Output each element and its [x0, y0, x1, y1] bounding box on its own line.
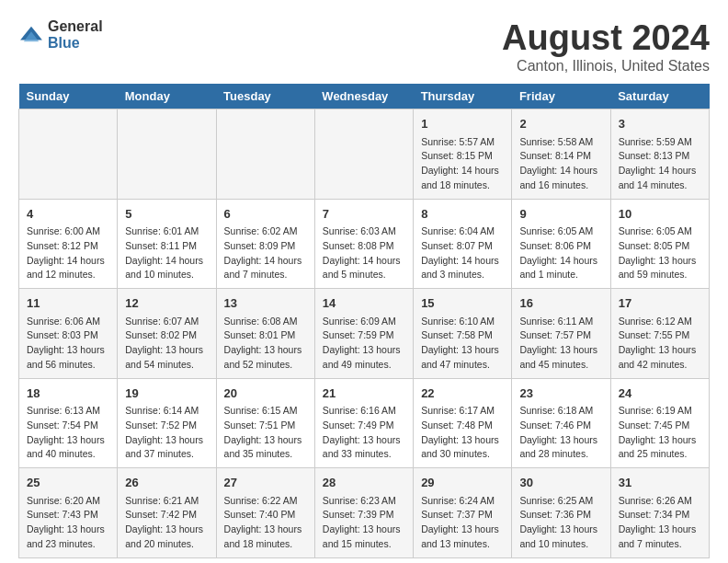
day-detail: Sunrise: 6:05 AM [519, 224, 602, 239]
day-number: 4 [27, 205, 109, 224]
calendar-cell: 24Sunrise: 6:19 AMSunset: 7:45 PMDayligh… [610, 378, 709, 468]
day-detail: Sunrise: 6:14 AM [125, 404, 208, 419]
calendar-header: Sunday Monday Tuesday Wednesday Thursday… [19, 84, 710, 109]
day-detail: Sunrise: 6:03 AM [323, 224, 405, 239]
day-detail: Sunset: 8:01 PM [224, 328, 307, 343]
day-detail: Daylight: 13 hours and 45 minutes. [519, 343, 602, 373]
calendar-cell: 20Sunrise: 6:15 AMSunset: 7:51 PMDayligh… [216, 378, 314, 468]
calendar-cell: 27Sunrise: 6:22 AMSunset: 7:40 PMDayligh… [216, 468, 314, 558]
day-detail: Sunset: 8:06 PM [519, 239, 602, 254]
day-number: 17 [619, 294, 701, 313]
day-detail: Sunrise: 6:23 AM [323, 494, 405, 509]
calendar-cell: 16Sunrise: 6:11 AMSunset: 7:57 PMDayligh… [512, 289, 610, 379]
page-subtitle: Canton, Illinois, United States [502, 58, 710, 75]
day-detail: Sunrise: 6:05 AM [619, 224, 701, 239]
day-detail: Sunset: 8:03 PM [27, 328, 109, 343]
day-number: 19 [125, 385, 208, 403]
calendar-cell: 31Sunrise: 6:26 AMSunset: 7:34 PMDayligh… [610, 468, 709, 558]
day-detail: Sunset: 7:36 PM [519, 508, 602, 523]
calendar-cell: 28Sunrise: 6:23 AMSunset: 7:39 PMDayligh… [314, 468, 413, 558]
day-detail: Daylight: 13 hours and 35 minutes. [224, 433, 307, 463]
day-detail: Sunrise: 6:18 AM [519, 404, 602, 419]
page-header: General Blue August 2024 Canton, Illinoi… [18, 18, 710, 75]
day-number: 29 [421, 474, 504, 492]
day-detail: Daylight: 13 hours and 42 minutes. [619, 343, 701, 373]
day-detail: Sunrise: 6:24 AM [421, 494, 504, 509]
day-detail: Sunrise: 5:58 AM [519, 135, 602, 150]
calendar-cell: 3Sunrise: 5:59 AMSunset: 8:13 PMDaylight… [610, 109, 709, 200]
calendar-cell: 13Sunrise: 6:08 AMSunset: 8:01 PMDayligh… [216, 289, 314, 379]
calendar-cell: 4Sunrise: 6:00 AMSunset: 8:12 PMDaylight… [19, 199, 118, 289]
day-number: 14 [323, 294, 405, 313]
day-detail: Sunrise: 6:00 AM [27, 224, 109, 239]
day-detail: Sunset: 7:49 PM [323, 419, 405, 433]
day-number: 9 [519, 205, 602, 224]
day-detail: Daylight: 14 hours and 16 minutes. [519, 164, 602, 193]
calendar-week-2: 4Sunrise: 6:00 AMSunset: 8:12 PMDaylight… [19, 199, 710, 289]
calendar-cell: 15Sunrise: 6:10 AMSunset: 7:58 PMDayligh… [414, 289, 512, 379]
day-detail: Sunset: 7:45 PM [619, 419, 701, 433]
day-number: 21 [323, 385, 405, 403]
day-number: 2 [519, 115, 602, 133]
day-detail: Sunset: 7:59 PM [323, 328, 405, 343]
day-detail: Sunrise: 6:13 AM [27, 404, 109, 419]
calendar-week-1: 1Sunrise: 5:57 AMSunset: 8:15 PMDaylight… [19, 109, 710, 200]
calendar-cell: 6Sunrise: 6:02 AMSunset: 8:09 PMDaylight… [216, 199, 314, 289]
day-detail: Sunset: 7:51 PM [224, 419, 307, 433]
day-detail: Daylight: 14 hours and 12 minutes. [27, 254, 109, 283]
day-number: 22 [421, 385, 504, 403]
day-detail: Sunset: 7:34 PM [619, 508, 701, 523]
day-detail: Daylight: 13 hours and 30 minutes. [421, 433, 504, 463]
calendar-cell: 26Sunrise: 6:21 AMSunset: 7:42 PMDayligh… [118, 468, 216, 558]
title-section: August 2024 Canton, Illinois, United Sta… [502, 18, 710, 75]
day-number: 8 [421, 205, 504, 224]
day-detail: Daylight: 14 hours and 14 minutes. [619, 164, 701, 193]
header-row: Sunday Monday Tuesday Wednesday Thursday… [19, 84, 710, 109]
day-detail: Sunrise: 6:25 AM [519, 494, 602, 509]
day-detail: Sunrise: 6:01 AM [125, 224, 208, 239]
day-number: 31 [619, 474, 701, 492]
day-detail: Daylight: 13 hours and 18 minutes. [224, 523, 307, 552]
day-number: 16 [519, 294, 602, 313]
day-detail: Sunrise: 6:12 AM [619, 315, 701, 329]
calendar-body: 1Sunrise: 5:57 AMSunset: 8:15 PMDaylight… [19, 109, 710, 558]
day-detail: Daylight: 14 hours and 7 minutes. [224, 254, 307, 283]
day-detail: Sunset: 7:43 PM [27, 508, 109, 523]
day-number: 6 [224, 205, 307, 224]
day-detail: Sunrise: 6:26 AM [619, 494, 701, 509]
day-number: 1 [421, 115, 504, 133]
day-detail: Sunrise: 6:02 AM [224, 224, 307, 239]
header-sunday: Sunday [19, 84, 118, 109]
day-detail: Sunrise: 6:07 AM [125, 315, 208, 329]
header-saturday: Saturday [610, 84, 709, 109]
day-detail: Daylight: 13 hours and 15 minutes. [323, 523, 405, 552]
day-detail: Sunrise: 6:04 AM [421, 224, 504, 239]
day-detail: Sunset: 8:15 PM [421, 149, 504, 164]
day-detail: Sunset: 8:07 PM [421, 239, 504, 254]
day-number: 5 [125, 205, 208, 224]
day-detail: Daylight: 14 hours and 3 minutes. [421, 254, 504, 283]
calendar-week-3: 11Sunrise: 6:06 AMSunset: 8:03 PMDayligh… [19, 289, 710, 379]
logo-blue-text: Blue [48, 35, 80, 51]
day-detail: Daylight: 13 hours and 20 minutes. [125, 523, 208, 552]
calendar-cell: 25Sunrise: 6:20 AMSunset: 7:43 PMDayligh… [19, 468, 118, 558]
day-detail: Sunrise: 5:57 AM [421, 135, 504, 150]
calendar-cell: 17Sunrise: 6:12 AMSunset: 7:55 PMDayligh… [610, 289, 709, 379]
calendar-cell: 9Sunrise: 6:05 AMSunset: 8:06 PMDaylight… [512, 199, 610, 289]
calendar-cell [314, 109, 413, 200]
day-detail: Sunrise: 6:22 AM [224, 494, 307, 509]
calendar-cell: 18Sunrise: 6:13 AMSunset: 7:54 PMDayligh… [19, 378, 118, 468]
day-detail: Sunset: 7:55 PM [619, 328, 701, 343]
day-number: 23 [519, 385, 602, 403]
day-number: 28 [323, 474, 405, 492]
calendar-cell: 2Sunrise: 5:58 AMSunset: 8:14 PMDaylight… [512, 109, 610, 200]
day-detail: Daylight: 14 hours and 10 minutes. [125, 254, 208, 283]
day-number: 12 [125, 294, 208, 313]
page-title: August 2024 [502, 18, 710, 58]
day-detail: Sunset: 8:09 PM [224, 239, 307, 254]
calendar-cell: 14Sunrise: 6:09 AMSunset: 7:59 PMDayligh… [314, 289, 413, 379]
day-number: 3 [619, 115, 701, 133]
day-detail: Sunrise: 6:09 AM [323, 315, 405, 329]
day-detail: Sunset: 8:08 PM [323, 239, 405, 254]
calendar-cell [216, 109, 314, 200]
